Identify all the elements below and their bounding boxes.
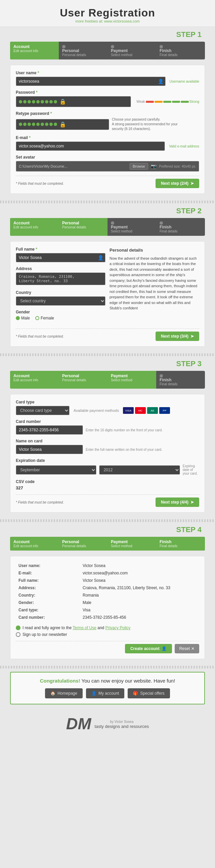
step2-footer: * Fields that must be completed. Next st… bbox=[16, 329, 199, 341]
address-input[interactable]: Craiova, Romania, 231100, Liberty Street… bbox=[16, 272, 105, 285]
name-on-card-input[interactable] bbox=[16, 445, 83, 454]
card-number-hint: Enter the 16 digits number on the front … bbox=[86, 428, 162, 432]
privacy-link[interactable]: Privacy Policy bbox=[105, 625, 131, 630]
expiry-group: Expiration date September 2012 Expiring … bbox=[16, 458, 199, 475]
tab-dot-2 bbox=[111, 45, 114, 49]
divider-4 bbox=[0, 666, 215, 669]
step3-label: STEP 3 bbox=[10, 360, 205, 368]
tab-finish-2[interactable]: Finish Final details bbox=[156, 218, 205, 236]
retype-password-dots[interactable]: 🔒 bbox=[16, 119, 109, 130]
step3-section: STEP 3 Account Edit account info Persona… bbox=[0, 356, 215, 519]
browse-button[interactable]: Browse bbox=[130, 163, 148, 169]
final-buttons: Create account 👤 Reset ✕ bbox=[16, 641, 199, 653]
avatar-group: Set avatar C:\Users\Victor\My Docume... … bbox=[16, 155, 199, 172]
step3-form: Card type Choose card type Visa Masterca… bbox=[10, 394, 205, 513]
email-note: Valid e-mail address bbox=[169, 145, 199, 148]
step1-label: STEP 1 bbox=[10, 30, 205, 39]
username-input[interactable] bbox=[16, 76, 165, 86]
tab-dot-5 bbox=[160, 221, 163, 225]
divider-3 bbox=[0, 519, 215, 522]
next-button-1[interactable]: Next step (2/4) ➤ bbox=[156, 179, 199, 188]
tab-personal-3[interactable]: Personal Personal details bbox=[59, 371, 108, 389]
tab-finish-4[interactable]: Finish Final details bbox=[156, 537, 205, 551]
tab-account-1[interactable]: Account Edit account info bbox=[10, 42, 59, 59]
country-label: Country bbox=[16, 290, 105, 295]
tab-payment-4[interactable]: Payment Select method bbox=[108, 537, 156, 551]
terms-link[interactable]: Terms of Use bbox=[72, 625, 96, 630]
tab-account-4[interactable]: Account Edit account info bbox=[10, 537, 59, 551]
create-account-button[interactable]: Create account 👤 bbox=[125, 644, 172, 653]
summary-value: Victor Sosea bbox=[81, 562, 198, 569]
header-subtitle: more freebies at: www.victorsosea.com bbox=[3, 19, 212, 23]
tab-finish-3[interactable]: Finish Final details bbox=[156, 371, 205, 389]
step3-wizard: Account Edit account info Personal Perso… bbox=[10, 371, 205, 389]
homepage-button[interactable]: 🏠 Homepage bbox=[45, 688, 83, 699]
step2-right-panel: Personal details Now the advent of these… bbox=[110, 247, 199, 324]
special-offers-button[interactable]: 🎁 Special offers bbox=[128, 688, 170, 699]
dm-logo: DM bbox=[66, 714, 91, 733]
radio-male[interactable]: Male bbox=[16, 316, 30, 320]
card-type-select[interactable]: Choose card type Visa Mastercard Amex bbox=[16, 406, 69, 415]
congrats-section: Congratulations! You can now enjoy our w… bbox=[10, 672, 205, 705]
tab-dot-4 bbox=[111, 221, 114, 225]
table-row: Gender:Male bbox=[17, 599, 198, 606]
card-type-group: Card type Choose card type Visa Masterca… bbox=[16, 400, 199, 415]
page-header: User Registration more freebies at: www.… bbox=[0, 0, 215, 27]
summary-key: Gender: bbox=[17, 599, 80, 606]
tab-personal-4[interactable]: Personal Personal details bbox=[59, 537, 108, 551]
card-number-group: Card number Enter the 16 digits number o… bbox=[16, 419, 199, 435]
table-row: Card type:Visa bbox=[17, 607, 198, 613]
summary-value: Romania bbox=[81, 592, 198, 598]
step1-form: User name * 👤 Username available Passwor… bbox=[10, 65, 205, 194]
tab-payment-2[interactable]: Payment Select method bbox=[108, 218, 156, 236]
expiry-year-select[interactable]: 2012 bbox=[99, 465, 180, 475]
payment-icons: VISA MC AE PP bbox=[123, 407, 170, 414]
tab-payment-1[interactable]: Payment Select method bbox=[108, 42, 156, 59]
arrow-icon: ➤ bbox=[190, 181, 194, 186]
address-group: Address Craiova, Romania, 231100, Libert… bbox=[16, 267, 105, 286]
ae-icon: AE bbox=[147, 407, 158, 414]
username-label: User name * bbox=[16, 70, 199, 75]
country-group: Country Select country Romania United St… bbox=[16, 290, 105, 306]
tab-personal-2[interactable]: Personal Personal details bbox=[59, 218, 108, 236]
image-icon: 📷 bbox=[151, 163, 157, 169]
table-row: User name:Victor Sosea bbox=[17, 562, 198, 569]
step2-section: STEP 2 Account Edit account info Persona… bbox=[0, 203, 215, 353]
card-number-label: Card number bbox=[16, 419, 199, 424]
retype-password-group: Retype password * 🔒 Choose your password… bbox=[16, 111, 199, 131]
tab-account-2[interactable]: Account Edit account info bbox=[10, 218, 59, 236]
password-dots[interactable]: 🔒 bbox=[16, 96, 131, 107]
avatar-path: C:\Users\Victor\My Docume... bbox=[19, 164, 127, 168]
my-account-button[interactable]: 👤 My account bbox=[86, 688, 124, 699]
tab-finish-1[interactable]: Finish Final details bbox=[156, 42, 205, 59]
newsletter-checkbox[interactable] bbox=[16, 632, 21, 637]
congrats-buttons: 🏠 Homepage 👤 My account 🎁 Special offers bbox=[16, 688, 199, 699]
country-select[interactable]: Select country Romania United States bbox=[16, 296, 105, 306]
summary-value: Visa bbox=[81, 607, 198, 613]
name-on-card-group: Name on card Enter the full name written… bbox=[16, 439, 199, 454]
tab-payment-3[interactable]: Payment Select method bbox=[108, 371, 156, 389]
tab-personal-1[interactable]: Personal Personal details bbox=[59, 42, 108, 59]
agree-checkbox[interactable] bbox=[16, 625, 21, 630]
radio-female[interactable]: Female bbox=[35, 316, 54, 320]
expiry-month-select[interactable]: September bbox=[16, 465, 96, 475]
summary-value: victor.sosea@yahoo.com bbox=[81, 570, 198, 577]
lock-icon-2: 🔒 bbox=[59, 121, 66, 128]
step2-wizard: Account Edit account info Personal Perso… bbox=[10, 218, 205, 236]
card-number-input[interactable] bbox=[16, 425, 83, 435]
summary-value: Craiova, Romania, 231100, Liberty Street… bbox=[81, 585, 198, 591]
fullname-input[interactable] bbox=[16, 253, 105, 262]
required-note-1: * Fields that must be completed. bbox=[16, 182, 64, 185]
divider-2 bbox=[0, 353, 215, 356]
person-icon: 👤 bbox=[91, 691, 96, 696]
table-row: Card number:2345-3782-2355-85-456 bbox=[17, 614, 198, 621]
tab-account-3[interactable]: Account Edit account info bbox=[10, 371, 59, 389]
payment-methods-label: Available payment methods bbox=[73, 408, 119, 412]
retype-password-label: Retype password * bbox=[16, 111, 199, 116]
summary-key: Card type: bbox=[17, 607, 80, 613]
next-button-2[interactable]: Next step (3/4) ➤ bbox=[156, 332, 199, 341]
reset-button[interactable]: Reset ✕ bbox=[175, 644, 199, 653]
next-button-3[interactable]: Next step (4/4) ➤ bbox=[156, 497, 199, 507]
step1-wizard: Account Edit account info Personal Perso… bbox=[10, 42, 205, 59]
email-input[interactable] bbox=[16, 142, 165, 151]
